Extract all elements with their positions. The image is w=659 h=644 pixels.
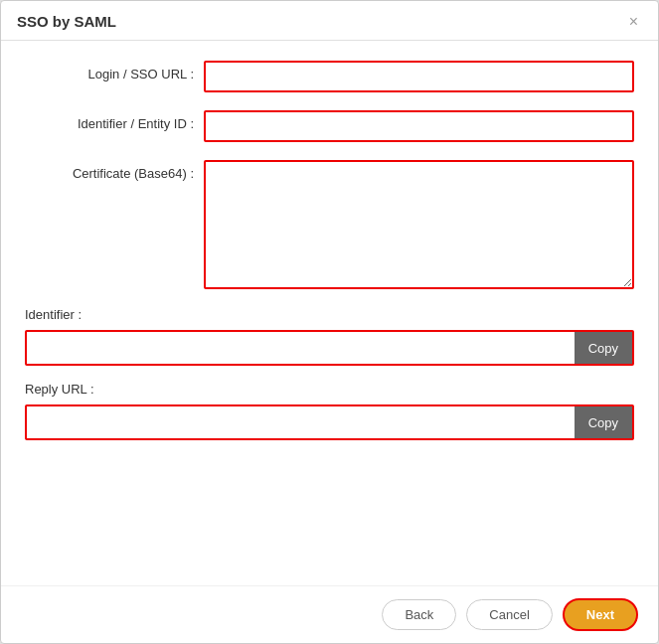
certificate-textarea[interactable] <box>204 160 634 289</box>
reply-url-copy-button[interactable]: Copy <box>575 406 632 438</box>
dialog-body: Login / SSO URL : Identifier / Entity ID… <box>1 41 658 585</box>
sso-saml-dialog: SSO by SAML × Login / SSO URL : Identifi… <box>0 0 659 644</box>
dialog-footer: Back Cancel Next <box>1 585 658 643</box>
login-sso-url-row: Login / SSO URL : <box>25 61 634 92</box>
login-sso-url-input[interactable] <box>204 61 634 92</box>
dialog-title: SSO by SAML <box>17 13 116 30</box>
identifier-section-label: Identifier : <box>25 307 634 322</box>
sections-area: Identifier : Copy Reply URL : Copy <box>25 307 634 440</box>
identifier-entity-id-label: Identifier / Entity ID : <box>25 110 204 131</box>
reply-url-copy-input[interactable] <box>27 406 575 438</box>
next-button[interactable]: Next <box>563 598 638 631</box>
back-button[interactable]: Back <box>382 599 456 630</box>
identifier-section: Identifier : Copy <box>25 307 634 366</box>
certificate-row: Certificate (Base64) : <box>25 160 634 289</box>
identifier-copy-input[interactable] <box>27 332 575 364</box>
reply-url-copy-wrapper: Copy <box>25 404 634 440</box>
identifier-entity-id-input[interactable] <box>204 110 634 142</box>
dialog-header: SSO by SAML × <box>1 1 658 41</box>
certificate-label: Certificate (Base64) : <box>25 160 204 181</box>
login-sso-url-label: Login / SSO URL : <box>25 61 204 81</box>
cancel-button[interactable]: Cancel <box>466 599 552 630</box>
identifier-copy-wrapper: Copy <box>25 330 634 366</box>
close-button[interactable]: × <box>625 14 642 30</box>
identifier-copy-button[interactable]: Copy <box>575 332 632 364</box>
reply-url-section-label: Reply URL : <box>25 382 634 397</box>
identifier-entity-id-row: Identifier / Entity ID : <box>25 110 634 142</box>
reply-url-section: Reply URL : Copy <box>25 382 634 440</box>
